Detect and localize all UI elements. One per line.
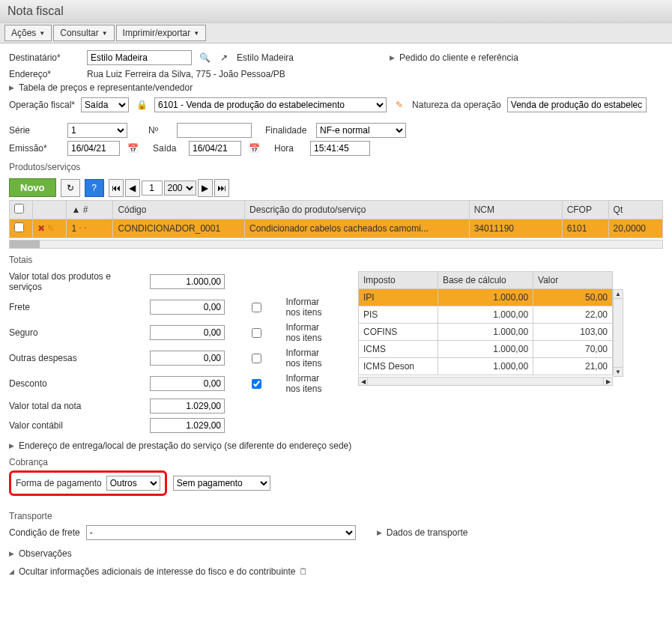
hora-input[interactable] [310,141,370,156]
search-icon[interactable]: 🔍 [198,51,211,64]
valor-produtos-input[interactable] [150,274,225,289]
seguro-input[interactable] [150,325,225,340]
tax-cell-imposto: ICMS [359,341,438,358]
col-idx[interactable]: ▲ # [67,201,113,219]
endereco-entrega-link[interactable]: Endereço de entrega/local de prestação d… [9,440,663,451]
finalidade-select[interactable]: NF-e normal [316,123,406,138]
serie-label: Série [9,125,61,136]
calendar-icon[interactable]: 📅 [247,142,261,155]
condicao-frete-select[interactable]: - [86,525,356,540]
prev-page-button[interactable]: ◀ [125,179,140,197]
cell-qt: 20,0000 [608,219,662,238]
opfiscal-tipo-select[interactable]: Saída [81,97,129,112]
tipo-pagamento-select[interactable]: Sem pagamento [173,476,270,491]
refresh-button[interactable]: ↻ [61,179,80,197]
tax-cell-base: 1.000,00 [438,341,533,358]
numero-label: Nº [148,125,171,136]
delete-row-icon[interactable]: ✖ [37,223,45,234]
tax-row[interactable]: ICMS Deson1.000,0021,00 [359,358,613,375]
ocultar-info-link[interactable]: Ocultar informações adicionais de intere… [9,566,663,577]
col-qt[interactable]: Qt [608,201,662,219]
tax-row[interactable]: COFINS1.000,00103,00 [359,324,613,341]
first-page-button[interactable]: ⏮ [109,179,124,197]
h-scrollbar[interactable] [9,240,663,249]
forma-pagamento-select[interactable]: Outros [106,476,160,491]
tax-cell-valor: 103,00 [533,324,613,341]
informar-label: Informar nos itens [285,322,336,343]
emissao-input[interactable] [67,141,120,156]
window-title: Nota fiscal [0,0,672,23]
frete-informar-checkbox[interactable] [231,303,282,312]
tax-cell-imposto: COFINS [359,324,438,341]
outras-informar-checkbox[interactable] [231,354,282,363]
cobranca-section-label: Cobrança [9,457,663,467]
valor-nota-label: Valor total da nota [9,401,144,411]
dados-transporte-link[interactable]: Dados de transporte [377,527,468,538]
menu-acoes[interactable]: Ações▼ [4,25,52,41]
col-descricao[interactable]: Descrição do produto/serviço [245,201,470,219]
valor-nota-input[interactable] [150,399,225,414]
grid-toolbar: Novo ↻ ? ⏮ ◀ 200 ▶ ⏭ [9,175,663,200]
desconto-input[interactable] [150,376,225,391]
saida-input[interactable] [189,141,241,156]
informar-label: Informar nos itens [285,297,336,318]
tabela-precos-link[interactable]: Tabela de preços e representante/vendedo… [9,82,663,93]
opfiscal-cfop-select[interactable]: 6101 - Venda de produção do estabelecime… [154,97,387,112]
chevron-down-icon: ▼ [102,30,108,37]
outras-input[interactable] [150,351,225,366]
external-link-icon[interactable]: ↗ [217,51,231,64]
tax-col-base[interactable]: Base de cálculo [438,272,533,289]
destinatario-link[interactable]: Estilo Madeira [237,52,294,63]
destinatario-input[interactable] [87,50,192,65]
observacoes-link[interactable]: Observações [9,548,663,559]
tax-row[interactable]: ICMS1.000,0070,00 [359,341,613,358]
transporte-section-label: Transporte [9,511,663,521]
next-page-button[interactable]: ▶ [198,179,213,197]
page-size-select[interactable]: 200 [164,181,196,196]
desconto-informar-checkbox[interactable] [231,379,282,389]
sort-icons: ˄ ˅ [79,226,86,233]
tax-h-scrollbar[interactable]: ◀▶ [358,377,613,386]
col-ncm[interactable]: NCM [469,201,562,219]
valor-produtos-label: Valor total dos produtos e serviços [9,271,144,292]
col-idx-label: # [83,205,88,215]
menu-imprimir[interactable]: Imprimir/exportar▼ [116,25,207,41]
seguro-label: Seguro [9,327,144,338]
seguro-informar-checkbox[interactable] [231,328,282,338]
note-icon: 🗒 [299,566,308,577]
edit-icon[interactable]: ✎ [393,98,406,112]
tax-cell-valor: 22,00 [533,306,613,324]
tax-v-scrollbar[interactable]: ▲▼ [613,289,623,377]
last-page-button[interactable]: ⏭ [214,179,229,197]
chevron-down-icon: ▼ [193,30,199,37]
tax-col-valor[interactable]: Valor [533,272,613,289]
menu-consultar-label: Consultar [60,28,98,38]
lock-icon: 🔒 [135,98,148,112]
tax-col-imposto[interactable]: Imposto [359,272,438,289]
help-button[interactable]: ? [85,179,104,197]
tax-table: Imposto Base de cálculo Valor IPI1.000,0… [358,271,613,375]
row-checkbox[interactable] [14,222,24,232]
valor-contabil-input[interactable] [150,418,225,433]
frete-input[interactable] [150,300,225,315]
numero-input[interactable] [177,123,252,138]
natureza-label: Natureza da operação [412,100,501,110]
col-codigo[interactable]: Código [113,201,245,219]
produtos-section-label: Produtos/serviços [9,162,663,172]
tax-row[interactable]: PIS1.000,0022,00 [359,306,613,324]
select-all-checkbox[interactable] [14,204,24,213]
serie-select[interactable]: 1 [67,123,127,138]
calendar-icon[interactable]: 📅 [126,142,139,155]
page-number-input[interactable] [142,181,163,196]
menu-consultar[interactable]: Consultar▼ [53,25,114,41]
cell-cfop: 6101 [562,219,608,238]
natureza-input[interactable] [507,97,647,112]
tax-row[interactable]: IPI1.000,0050,00 [359,289,613,306]
pedido-cliente-link[interactable]: Pedido do cliente e referência [390,52,518,63]
edit-row-icon[interactable]: ✎ [47,223,55,234]
forma-pagamento-label: Forma de pagamento [16,478,102,488]
novo-button[interactable]: Novo [9,178,56,197]
table-row[interactable]: ✖ ✎ 1 ˄ ˅ CONDICIONADOR_0001 Condicionad… [10,219,663,238]
menubar: Ações▼ Consultar▼ Imprimir/exportar▼ [0,23,672,43]
col-cfop[interactable]: CFOP [562,201,608,219]
